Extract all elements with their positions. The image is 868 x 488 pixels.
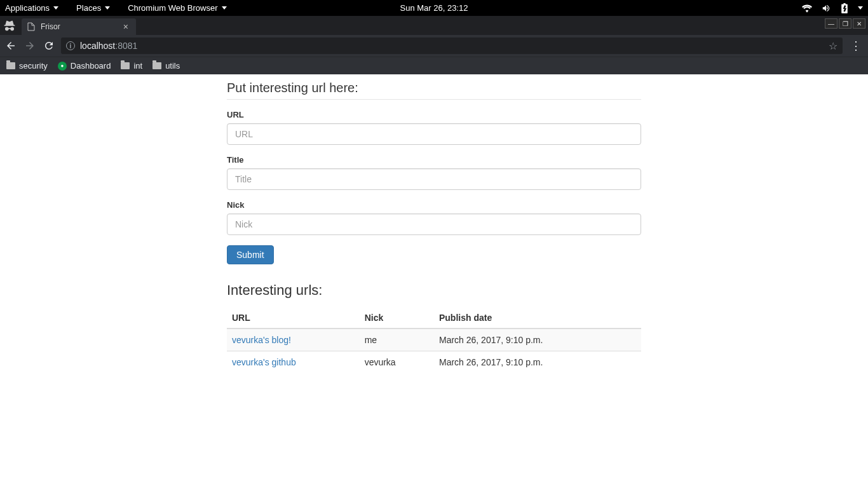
dashboard-icon: ● — [58, 62, 67, 71]
divider — [227, 99, 641, 100]
page-content: Put interesting url here: URL Title Nick… — [0, 74, 868, 488]
folder-icon — [153, 62, 161, 69]
address-bar[interactable]: i localhost:8081 ☆ — [61, 37, 843, 54]
submit-button[interactable]: Submit — [227, 245, 274, 264]
folder-icon — [121, 62, 130, 69]
incognito-icon — [0, 16, 19, 35]
cell-nick: vevurka — [360, 351, 434, 374]
clock-label: Sun Mar 26, 23:12 — [400, 3, 468, 13]
nick-label: Nick — [227, 200, 641, 210]
forward-button[interactable] — [23, 39, 37, 53]
site-info-icon[interactable]: i — [66, 41, 75, 50]
table-row: vevurka's github vevurka March 26, 2017,… — [227, 351, 641, 374]
tab-title: Frisor — [41, 22, 121, 31]
wifi-icon[interactable] — [802, 4, 812, 13]
menu-applications-label: Applications — [5, 3, 50, 13]
menu-places[interactable]: Places — [76, 3, 110, 13]
urls-table: URL Nick Publish date vevurka's blog! me… — [227, 308, 641, 373]
bookmark-int[interactable]: int — [121, 61, 142, 71]
url-text: localhost:8081 — [80, 41, 137, 51]
back-button[interactable] — [4, 39, 18, 53]
bookmark-label: int — [133, 61, 142, 71]
bookmark-label: Dashboard — [71, 61, 111, 71]
table-row: vevurka's blog! me March 26, 2017, 9:10 … — [227, 329, 641, 351]
volume-icon[interactable] — [821, 4, 831, 13]
bookmark-label: utils — [165, 61, 180, 71]
menu-places-label: Places — [76, 3, 101, 13]
url-port: :8081 — [115, 41, 137, 51]
url-input[interactable] — [227, 123, 641, 145]
col-url: URL — [227, 308, 360, 329]
cell-nick: me — [360, 329, 434, 351]
browser-tab-strip: Frisor × — ❐ ✕ — [0, 16, 868, 35]
title-input[interactable] — [227, 168, 641, 190]
window-controls: — ❐ ✕ — [825, 18, 865, 29]
file-icon — [27, 22, 36, 32]
close-icon[interactable]: × — [121, 22, 131, 32]
chevron-down-icon — [53, 6, 58, 10]
folder-icon — [6, 62, 15, 69]
url-label: URL — [227, 110, 641, 119]
browser-tab[interactable]: Frisor × — [22, 18, 136, 35]
bookmarks-bar: security ● Dashboard int utils — [0, 57, 868, 74]
cell-publish: March 26, 2017, 9:10 p.m. — [434, 351, 641, 374]
maximize-button[interactable]: ❐ — [839, 18, 851, 29]
url-host: localhost — [80, 41, 115, 51]
bookmark-label: security — [19, 61, 48, 71]
cell-publish: March 26, 2017, 9:10 p.m. — [434, 329, 641, 351]
menu-applications[interactable]: Applications — [5, 3, 58, 13]
clock[interactable]: Sun Mar 26, 23:12 — [400, 3, 468, 13]
menu-current-app[interactable]: Chromium Web Browser — [128, 3, 226, 13]
list-heading: Interesting urls: — [227, 282, 641, 299]
gnome-top-bar: Applications Places Chromium Web Browser… — [0, 0, 868, 16]
title-label: Title — [227, 155, 641, 165]
browser-toolbar: i localhost:8081 ☆ ⋮ — [0, 35, 868, 57]
form-heading: Put interesting url here: — [227, 81, 641, 95]
chevron-down-icon — [105, 6, 110, 10]
battery-icon[interactable] — [840, 3, 849, 13]
bookmark-security[interactable]: security — [6, 61, 48, 71]
menu-app-label: Chromium Web Browser — [128, 3, 217, 13]
minimize-button[interactable]: — — [825, 18, 837, 29]
url-link[interactable]: vevurka's blog! — [232, 335, 291, 345]
bookmark-utils[interactable]: utils — [153, 61, 180, 71]
close-window-button[interactable]: ✕ — [853, 18, 865, 29]
browser-menu-button[interactable]: ⋮ — [848, 39, 864, 53]
bookmark-star-icon[interactable]: ☆ — [829, 40, 837, 52]
system-menu-chevron-icon[interactable] — [858, 6, 863, 10]
col-nick: Nick — [360, 308, 434, 329]
url-link[interactable]: vevurka's github — [232, 357, 296, 367]
nick-input[interactable] — [227, 214, 641, 235]
bookmark-dashboard[interactable]: ● Dashboard — [58, 61, 111, 71]
chevron-down-icon — [222, 6, 227, 10]
reload-button[interactable] — [42, 39, 56, 53]
col-publish: Publish date — [434, 308, 641, 329]
